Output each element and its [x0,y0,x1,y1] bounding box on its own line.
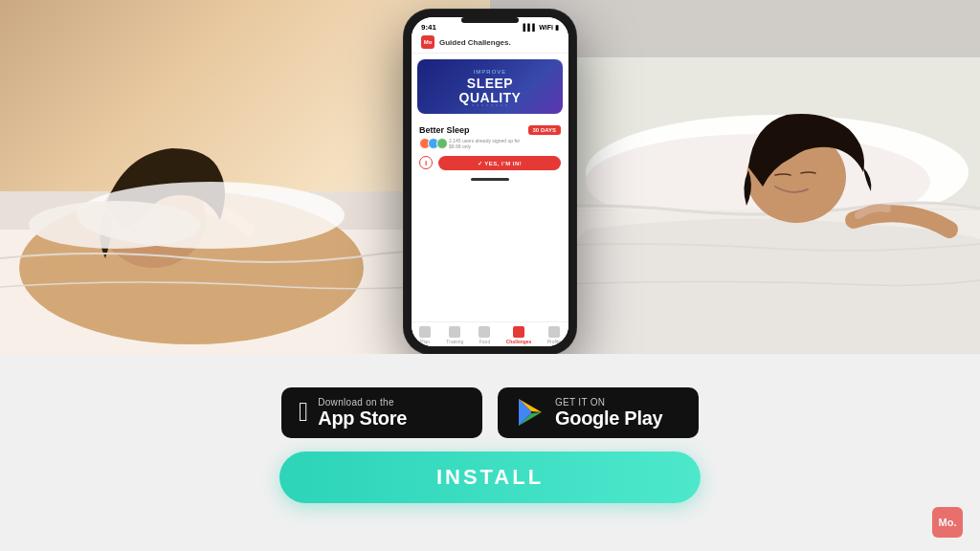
nav-profile: Profile [547,326,561,344]
install-button[interactable]: INSTALL [279,452,701,503]
nav-training-label: Training [446,339,463,344]
card-users: 2,145 users already signed up for $9.99 … [419,138,561,150]
apple-icon:  [299,399,308,426]
home-indicator [471,178,509,181]
training-icon [449,326,460,338]
svg-point-5 [29,201,201,249]
food-icon [479,326,490,338]
app-logo: Mo [421,35,434,49]
nav-plan: Plan [419,326,431,344]
days-badge: 30 DAYS [528,125,561,135]
nav-food-label: Food [479,339,490,344]
google-play-big-text: Google Play [555,408,662,429]
bottom-section:  Download on the App Store GET IT ON Go… [0,354,980,551]
banner-title-line1: SLEEP [425,77,555,91]
nav-challenges: Challenges [506,326,532,344]
info-button[interactable]: i [419,156,433,169]
nav-food: Food [479,326,490,344]
price-text: $9.99 only [449,143,520,150]
google-play-icon [515,397,546,428]
phone-bottom-nav: Plan Training Food Challenges [412,321,568,346]
nav-training: Training [446,326,463,344]
phone-device: 9:41 ▌▌▌ WiFi ▮ Mo Guided Challenges. Im… [404,10,576,354]
nav-profile-label: Profile [547,339,561,344]
banner-improve-text: Improve [425,69,555,75]
nav-challenges-label: Challenges [506,339,532,344]
profile-icon [548,326,560,338]
plan-icon [419,326,431,338]
card-content: Better Sleep 30 DAYS 2,145 [412,120,568,170]
nav-plan-label: Plan [420,339,430,344]
hero-section: 9:41 ▌▌▌ WiFi ▮ Mo Guided Challenges. Im… [0,0,980,354]
app-store-button[interactable]:  Download on the App Store [281,387,482,438]
challenge-banner: Improve SLEEP QUALITY [417,59,563,114]
google-play-small-text: GET IT ON [555,397,662,408]
card-title: Better Sleep [419,125,470,135]
app-name: Guided Challenges. [439,38,511,47]
app-store-small-text: Download on the [318,397,407,408]
app-store-big-text: App Store [318,408,407,429]
phone-status-icons: ▌▌▌ WiFi ▮ [523,24,559,32]
join-button[interactable]: ✓ YES, I'M IN! [438,156,561,170]
google-play-button[interactable]: GET IT ON Google Play [498,387,699,438]
brand-watermark: Mo. [932,507,963,538]
card-actions: i ✓ YES, I'M IN! [419,156,561,170]
challenges-icon [513,326,524,338]
store-buttons:  Download on the App Store GET IT ON Go… [281,387,699,438]
phone-time: 9:41 [421,23,436,32]
app-header: Mo Guided Challenges. [412,33,568,54]
